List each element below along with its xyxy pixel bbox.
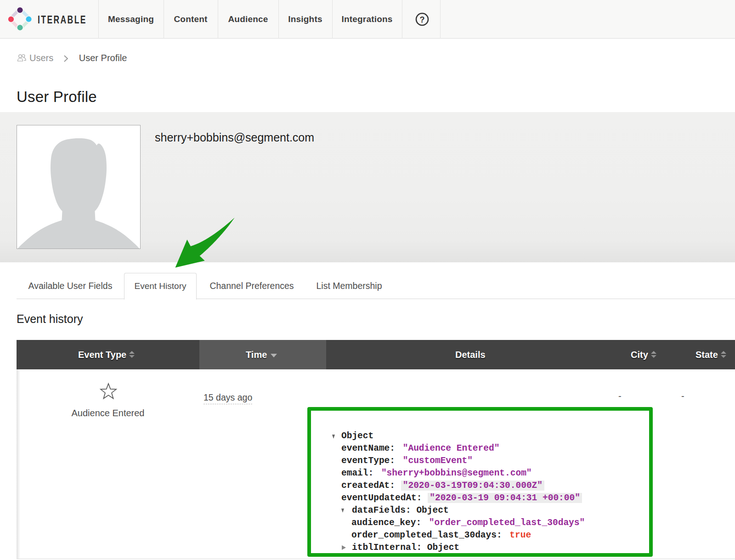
svg-text:?: ? bbox=[420, 15, 425, 24]
